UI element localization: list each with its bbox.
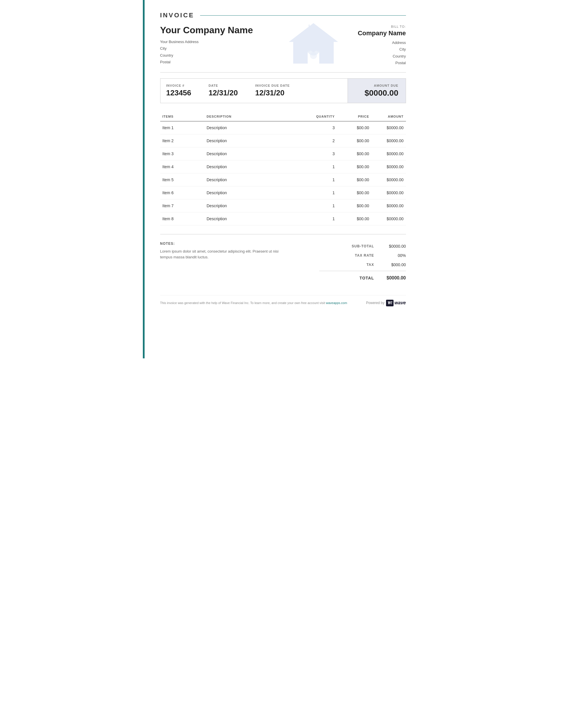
cell-amount: $0000.00 (372, 186, 406, 199)
powered-by: Powered by 𝑾/ wave (366, 300, 406, 306)
cell-quantity: 1 (308, 212, 337, 225)
cell-item: Item 7 (160, 199, 204, 212)
cell-price: $00.00 (337, 147, 372, 160)
cell-quantity: 1 (308, 160, 337, 173)
cell-amount: $0000.00 (372, 212, 406, 225)
cell-item: Item 5 (160, 173, 204, 186)
bill-to-label: BILL TO: (358, 25, 406, 28)
invoice-due-date-value: 12/31/20 (255, 88, 290, 97)
bottom-footer: This invoice was generated with the help… (160, 295, 406, 306)
table-row: Item 5Description1$00.00$0000.00 (160, 173, 406, 186)
col-header-amount: AMOUNT (372, 112, 406, 121)
cell-quantity: 2 (308, 134, 337, 147)
cell-quantity: 3 (308, 147, 337, 160)
table-header-row: ITEMS DESCRIPTION QUANTITY PRICE AMOUNT (160, 112, 406, 121)
totals-block: SUB-TOTAL $0000.00 TAX RATE 00% TAX $000… (319, 242, 406, 284)
col-header-quantity: QUANTITY (308, 112, 337, 121)
total-value: $0000.00 (374, 275, 406, 281)
table-row: Item 3Description3$00.00$0000.00 (160, 147, 406, 160)
tax-label: TAX (319, 263, 374, 267)
cell-price: $00.00 (337, 212, 372, 225)
invoice-number-label: INVOICE # (166, 84, 191, 87)
invoice-date-block: DATE 12/31/20 (208, 84, 238, 98)
tax-value: $000.00 (374, 262, 406, 267)
cell-item: Item 8 (160, 212, 204, 225)
subtotal-row: SUB-TOTAL $0000.00 (319, 242, 406, 251)
table-row: Item 1Description3$00.00$0000.00 (160, 121, 406, 134)
invoice-due-date-label: INVOICE DUE DATE (255, 84, 290, 87)
cell-item: Item 1 (160, 121, 204, 134)
cell-item: Item 6 (160, 186, 204, 199)
cell-quantity: 1 (308, 199, 337, 212)
cell-item: Item 3 (160, 147, 204, 160)
cell-price: $00.00 (337, 173, 372, 186)
invoice-date-label: DATE (208, 84, 238, 87)
cell-amount: $0000.00 (372, 134, 406, 147)
invoice-details-left: INVOICE # 123456 DATE 12/31/20 INVOICE D… (160, 79, 348, 103)
footer-section: NOTES: Lorem ipsum dolor sit amet, conse… (160, 234, 406, 284)
cell-description: Description (204, 173, 308, 186)
watermark-icon (285, 20, 342, 66)
notes-label: NOTES: (160, 242, 283, 246)
tax-rate-value: 00% (374, 253, 406, 258)
invoice-page: INVOICE Your Company Name Your Business … (143, 0, 421, 358)
notes-block: NOTES: Lorem ipsum dolor sit amet, conse… (160, 242, 283, 284)
tax-row: TAX $000.00 (319, 260, 406, 269)
recipient-company-name: Company Name (358, 29, 406, 37)
totals-divider (319, 271, 406, 271)
recipient-country: Country (358, 53, 406, 60)
table-row: Item 8Description1$00.00$0000.00 (160, 212, 406, 225)
svg-point-3 (310, 52, 317, 59)
cell-description: Description (204, 212, 308, 225)
cell-quantity: 1 (308, 186, 337, 199)
cell-description: Description (204, 199, 308, 212)
cell-description: Description (204, 186, 308, 199)
svg-point-2 (310, 39, 317, 46)
cell-quantity: 1 (308, 173, 337, 186)
cell-amount: $0000.00 (372, 173, 406, 186)
cell-item: Item 2 (160, 134, 204, 147)
wave-logo: 𝑾/ wave (386, 300, 406, 306)
cell-amount: $0000.00 (372, 199, 406, 212)
cell-price: $00.00 (337, 160, 372, 173)
cell-amount: $0000.00 (372, 147, 406, 160)
wave-logo-icon: 𝑾/ (386, 300, 394, 306)
notes-text: Lorem ipsum dolor sit amet, consectetur … (160, 249, 283, 261)
svg-point-4 (304, 46, 311, 53)
subtotal-value: $0000.00 (374, 244, 406, 249)
cell-description: Description (204, 134, 308, 147)
footer-note: This invoice was generated with the help… (160, 301, 347, 305)
col-header-items: ITEMS (160, 112, 204, 121)
cell-price: $00.00 (337, 121, 372, 134)
table-row: Item 4Description1$00.00$0000.00 (160, 160, 406, 173)
invoice-due-date-block: INVOICE DUE DATE 12/31/20 (255, 84, 290, 98)
recipient-info: BILL TO: Company Name Address City Count… (358, 25, 406, 66)
recipient-city: City (358, 46, 406, 53)
amount-due-label: AMOUNT DUE (355, 84, 399, 87)
cell-description: Description (204, 147, 308, 160)
powered-by-text: Powered by (366, 301, 384, 305)
cell-price: $00.00 (337, 186, 372, 199)
footer-note-text: This invoice was generated with the help… (160, 301, 325, 305)
tax-rate-row: TAX RATE 00% (319, 251, 406, 260)
cell-amount: $0000.00 (372, 121, 406, 134)
svg-point-5 (316, 46, 323, 53)
subtotal-label: SUB-TOTAL (319, 244, 374, 248)
header-section: INVOICE Your Company Name Your Business … (160, 12, 406, 73)
cell-price: $00.00 (337, 199, 372, 212)
invoice-details-section: INVOICE # 123456 DATE 12/31/20 INVOICE D… (160, 78, 406, 103)
total-row: TOTAL $0000.00 (319, 273, 406, 284)
table-row: Item 6Description1$00.00$0000.00 (160, 186, 406, 199)
company-info-row: Your Company Name Your Business Address … (160, 25, 406, 66)
cell-amount: $0000.00 (372, 160, 406, 173)
total-label: TOTAL (319, 276, 374, 280)
cell-quantity: 3 (308, 121, 337, 134)
table-row: Item 2Description2$00.00$0000.00 (160, 134, 406, 147)
waveapps-link[interactable]: waveapps.com (326, 301, 347, 305)
invoice-amount-due-block: AMOUNT DUE $0000.00 (348, 79, 406, 103)
items-table: ITEMS DESCRIPTION QUANTITY PRICE AMOUNT … (160, 112, 406, 225)
invoice-title-line (200, 15, 406, 16)
recipient-postal: Postal (358, 60, 406, 66)
invoice-number-value: 123456 (166, 88, 191, 97)
tax-rate-label: TAX RATE (319, 253, 374, 258)
